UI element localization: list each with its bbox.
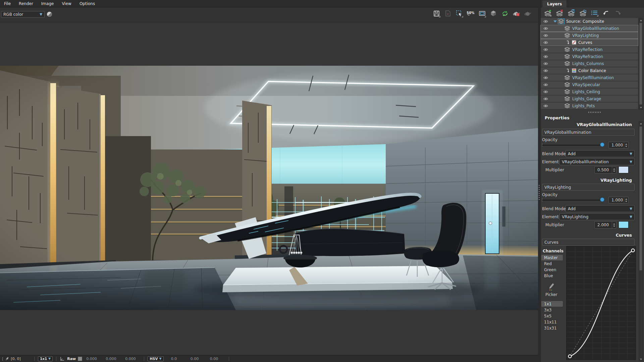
layer-row[interactable]: VRayLighting (541, 32, 638, 39)
render-canvas (0, 22, 538, 355)
channel-green[interactable]: Green (541, 267, 563, 273)
layer-row[interactable]: VRaySpecular (541, 81, 638, 88)
kernel-11x11[interactable]: 11x11 (541, 319, 563, 325)
kernel-1x1[interactable]: 1x1 (541, 301, 563, 307)
layer-row[interactable]: VRayGlobalIllumination (541, 25, 638, 32)
visibility-eye-icon[interactable] (541, 19, 551, 23)
visibility-eye-icon[interactable] (541, 41, 551, 45)
visibility-eye-icon[interactable] (541, 90, 551, 94)
channel-master[interactable]: Master (541, 255, 563, 260)
load-layers-button[interactable] (579, 9, 587, 17)
gi-name-input[interactable] (542, 129, 635, 136)
layer-row[interactable]: Lights_Ceiling (541, 88, 638, 95)
panel-splitter[interactable] (538, 0, 541, 362)
save-image-button[interactable] (433, 10, 440, 17)
rendered-scene (0, 66, 538, 310)
lighting-opacity-spinner[interactable]: 1.000 (608, 197, 629, 203)
sample-size-dropdown[interactable]: 1x1 ▼ (38, 356, 53, 361)
zoom-level-button[interactable]: 50% (467, 10, 474, 17)
layer-row-color-balance[interactable]: Color Balance (541, 67, 638, 74)
layer-row[interactable]: Lights_Pots (541, 103, 638, 109)
isolate-cube-button[interactable] (490, 10, 497, 17)
layer-row[interactable]: Lights_Garage (541, 96, 638, 102)
visibility-eye-icon[interactable] (541, 76, 551, 80)
gi-element-dropdown[interactable]: VRayGlobalIllumination▼ (559, 158, 635, 165)
hsv-h-value: 0.0 (171, 357, 182, 361)
visibility-eye-icon[interactable] (541, 62, 551, 66)
clear-image-button[interactable] (444, 10, 451, 17)
render-button[interactable] (524, 10, 531, 17)
visibility-eye-icon[interactable] (541, 34, 551, 38)
layers-toolbar (541, 7, 644, 18)
gi-opacity-slider[interactable] (542, 142, 604, 148)
layer-list-button[interactable] (590, 9, 598, 17)
menu-file[interactable]: File (0, 0, 15, 7)
render-image[interactable] (0, 66, 538, 310)
layer-row-source[interactable]: Source: Composite (541, 18, 638, 24)
channel-blue[interactable]: Blue (541, 273, 563, 279)
gi-opacity-spinner[interactable]: 1.000 (608, 142, 629, 148)
lighting-element-dropdown[interactable]: VRayLighting▼ (559, 213, 635, 220)
color-mode-dropdown[interactable]: HSV ▼ (148, 356, 163, 361)
visibility-eye-icon[interactable] (541, 97, 551, 101)
tree-properties-splitter[interactable] (588, 112, 602, 113)
lighting-multiplier-spinner[interactable]: 2.000 (594, 221, 616, 229)
gi-multiplier-spinner[interactable]: 0.500 (594, 166, 616, 174)
layer-row[interactable]: VRayReflection (541, 46, 638, 53)
curve-editor[interactable] (566, 246, 636, 360)
visibility-eye-icon[interactable] (541, 26, 551, 31)
slider-handle[interactable] (600, 197, 604, 202)
visibility-eye-icon[interactable] (541, 83, 551, 87)
picker-pencil-icon[interactable] (547, 282, 555, 291)
render-element-layer-icon (564, 54, 570, 59)
properties-scrollbar[interactable] (639, 121, 643, 361)
menu-view[interactable]: View (58, 0, 75, 7)
layer-row[interactable]: VRayRefraction (541, 53, 638, 60)
menu-image[interactable]: Image (37, 0, 58, 7)
tab-layers[interactable]: Layers (542, 0, 567, 7)
layer-row-curves[interactable]: Curves (541, 39, 638, 46)
curve-point-high[interactable] (632, 249, 635, 252)
add-layer-button[interactable] (543, 9, 551, 17)
delete-layer-button[interactable] (555, 9, 563, 17)
lighting-opacity-slider[interactable] (542, 197, 604, 203)
render-element-layer-icon (564, 47, 570, 52)
save-layers-button[interactable] (567, 9, 575, 17)
layer-label: Lights_Garage (572, 97, 601, 101)
lighting-name-input[interactable] (542, 184, 635, 191)
safe-frame-button[interactable] (478, 10, 486, 17)
expand-triangle-icon[interactable] (553, 20, 557, 22)
slider-handle[interactable] (600, 142, 604, 147)
color-balance-icon (572, 68, 576, 73)
curve-point-low[interactable] (569, 355, 572, 358)
kernel-5x5[interactable]: 5x5 (541, 313, 563, 319)
gi-multiplier-color-swatch[interactable] (619, 166, 629, 173)
pin-icon[interactable] (5, 356, 9, 361)
redo-button[interactable] (614, 9, 622, 17)
gi-blend-mode-dropdown[interactable]: Add▼ (566, 150, 635, 157)
menu-options[interactable]: Options (75, 0, 99, 7)
curves-name-input[interactable] (542, 239, 635, 246)
color-sphere-icon[interactable] (47, 11, 52, 17)
layers-scrollbar[interactable] (639, 18, 643, 110)
render-last-button[interactable] (513, 10, 520, 17)
menu-render[interactable]: Render (15, 0, 37, 7)
continuous-update-button[interactable] (501, 10, 508, 17)
lighting-blend-mode-dropdown[interactable]: Add▼ (566, 205, 635, 212)
kernel-31x31[interactable]: 31x31 (541, 325, 563, 331)
lighting-multiplier-color-swatch[interactable] (619, 221, 629, 228)
channel-red[interactable]: Red (541, 261, 563, 266)
layer-row[interactable]: VRaySelfIllumination (541, 74, 638, 81)
undo-button[interactable] (602, 9, 610, 17)
visibility-eye-icon[interactable] (541, 55, 551, 59)
kernel-3x3[interactable]: 3x3 (541, 307, 563, 313)
raw-color-swatch[interactable] (78, 357, 82, 361)
channel-dropdown[interactable]: RGB color ▼ (1, 11, 45, 18)
visibility-eye-icon[interactable] (541, 69, 551, 73)
layer-row[interactable]: Lights_Columns (541, 60, 638, 67)
layer-label: Color Balance (578, 68, 606, 73)
visibility-eye-icon[interactable] (541, 104, 551, 108)
picker-label: Picker (545, 292, 557, 297)
visibility-eye-icon[interactable] (541, 48, 551, 52)
region-render-button[interactable] (455, 10, 463, 17)
